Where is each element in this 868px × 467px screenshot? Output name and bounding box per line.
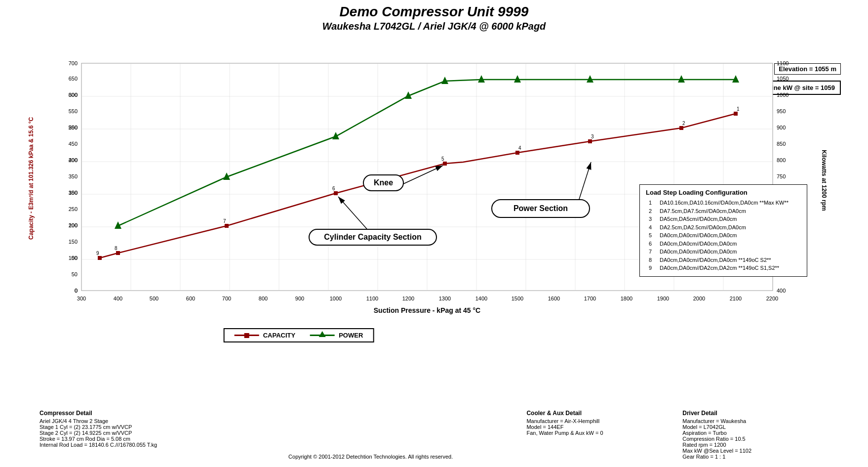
svg-text:700: 700 <box>222 296 231 301</box>
cooler-detail-line: Manufacturer = Air-X-Hemphill <box>526 418 672 424</box>
svg-text:800: 800 <box>259 296 268 301</box>
load-step-row: 2DA7.5cm,DA7.5cm//DA0cm,DA0cm <box>646 207 801 215</box>
capacity-point-2 <box>679 126 683 130</box>
cooler-detail-line: Model = 144EF <box>526 424 672 430</box>
load-step-row: 8DA0cm,DA0cm//DA0cm,DA0cm **149oC S2** <box>646 256 801 264</box>
svg-text:1300: 1300 <box>439 296 451 301</box>
svg-text:900: 900 <box>777 125 786 130</box>
copyright-section: Copyright © 2001-2012 Detechtion Technol… <box>225 410 517 460</box>
svg-text:1000: 1000 <box>330 296 342 301</box>
svg-text:600: 600 <box>186 296 195 301</box>
driver-detail-line: Gear Ratio = 1 : 1 <box>682 454 829 460</box>
svg-text:600: 600 <box>69 92 78 98</box>
driver-detail-line: Rated rpm = 1200 <box>682 442 829 448</box>
svg-text:100: 100 <box>69 255 78 261</box>
compressor-detail-line: Stroke = 13.97 cm Rod Dia = 5.08 cm <box>39 436 215 442</box>
driver-detail-line: Aspiration = Turbo <box>682 430 829 436</box>
svg-text:950: 950 <box>777 108 786 114</box>
svg-text:0: 0 <box>75 288 78 294</box>
svg-text:1: 1 <box>737 106 740 112</box>
svg-text:800: 800 <box>777 157 786 163</box>
svg-text:2000: 2000 <box>693 296 705 301</box>
svg-text:1100: 1100 <box>366 296 378 301</box>
svg-text:9: 9 <box>96 251 99 256</box>
title-section: Demo Compressor Unit 9999 Waukesha L7042… <box>0 0 868 32</box>
capacity-legend: CAPACITY <box>235 332 295 339</box>
svg-text:1700: 1700 <box>584 296 596 301</box>
cooler-detail-section: Cooler & Aux Detail Manufacturer = Air-X… <box>526 410 672 460</box>
main-title: Demo Compressor Unit 9999 <box>0 4 868 20</box>
svg-text:700: 700 <box>69 60 78 66</box>
cylinder-label: Cylinder Capacity Section <box>309 229 437 246</box>
svg-text:750: 750 <box>777 173 786 179</box>
svg-text:300: 300 <box>69 190 78 196</box>
svg-text:200: 200 <box>69 222 78 228</box>
svg-text:5: 5 <box>441 156 444 162</box>
driver-detail-line: Manufacturer = Waukesha <box>682 418 829 424</box>
capacity-point-6 <box>334 191 338 195</box>
driver-detail-line: Model = L7042GL <box>682 424 829 430</box>
svg-text:1500: 1500 <box>512 296 523 301</box>
compressor-detail-title: Compressor Detail <box>39 410 215 417</box>
svg-text:7: 7 <box>223 218 226 224</box>
svg-text:1000: 1000 <box>777 92 789 98</box>
capacity-point-7 <box>225 224 229 228</box>
driver-detail-section: Driver Detail Manufacturer = WaukeshaMod… <box>682 410 829 460</box>
knee-label: Knee <box>363 174 404 191</box>
svg-text:400: 400 <box>69 157 78 163</box>
load-step-row: 5DA0cm,DA0cm//DA0cm,DA0cm <box>646 231 801 240</box>
svg-text:8: 8 <box>115 246 118 251</box>
svg-text:550: 550 <box>69 108 78 114</box>
svg-text:850: 850 <box>777 141 786 147</box>
svg-text:500: 500 <box>150 296 158 301</box>
capacity-point-1 <box>734 112 738 116</box>
cooler-detail-lines: Manufacturer = Air-X-HemphillModel = 144… <box>526 418 672 436</box>
compressor-detail-line: Internal Rod Load = 18140.6 C.///16780.0… <box>39 442 215 448</box>
load-step-row: 6DA0cm,DA0cm//DA0cm,DA0cm <box>646 240 801 248</box>
sub-title: Waukesha L7042GL / Ariel JGK/4 @ 6000 kP… <box>0 21 868 32</box>
load-step-title: Load Step Loading Configuration <box>646 189 801 196</box>
capacity-point-8 <box>116 251 120 255</box>
svg-text:2: 2 <box>682 121 685 126</box>
svg-text:2200: 2200 <box>766 296 778 301</box>
driver-detail-title: Driver Detail <box>682 410 829 417</box>
svg-text:450: 450 <box>69 141 78 147</box>
compressor-detail-line: Ariel JGK/4 4 Throw 2 Stage <box>39 418 215 424</box>
driver-detail-lines: Manufacturer = WaukeshaModel = L7042GLAs… <box>682 418 829 460</box>
svg-text:650: 650 <box>69 76 78 82</box>
driver-detail-line: Max kW @Sea Level = 1102 <box>682 448 829 454</box>
load-step-row: 4DA2.5cm,DA2.5cm//DA0cm,DA0cm <box>646 223 801 232</box>
svg-text:900: 900 <box>295 296 304 301</box>
compressor-detail-line: Stage 1 Cyl = (2) 23.1775 cm w/VVCP <box>39 424 215 430</box>
svg-text:1800: 1800 <box>621 296 632 301</box>
load-step-rows: 1DA10.16cm,DA10.16cm//DA0cm,DA0cm **Max … <box>646 199 801 272</box>
svg-text:250: 250 <box>69 206 78 212</box>
y-left-label: Capacity - E3m³/d at 101.326 kPaa & 15.6… <box>28 141 35 240</box>
cooler-detail-title: Cooler & Aux Detail <box>526 410 672 417</box>
svg-text:1600: 1600 <box>548 296 560 301</box>
svg-text:1050: 1050 <box>777 76 789 82</box>
load-step-row: 1DA10.16cm,DA10.16cm//DA0cm,DA0cm **Max … <box>646 199 801 207</box>
svg-text:6: 6 <box>332 186 335 191</box>
svg-text:1400: 1400 <box>475 296 487 301</box>
capacity-point-4 <box>515 151 519 155</box>
svg-text:1200: 1200 <box>402 296 414 301</box>
svg-text:500: 500 <box>69 125 78 130</box>
svg-text:350: 350 <box>69 173 78 179</box>
capacity-point-3 <box>588 139 592 143</box>
svg-text:Suction Pressure - kPag at 45 : Suction Pressure - kPag at 45 °C <box>374 306 480 314</box>
capacity-point-9 <box>98 256 102 260</box>
svg-text:50: 50 <box>72 271 78 277</box>
svg-text:3: 3 <box>591 134 594 139</box>
svg-text:1900: 1900 <box>657 296 669 301</box>
compressor-detail-line: Stage 2 Cyl = (2) 14.9225 cm w/VVCP <box>39 430 215 436</box>
load-step-row: 3DA5cm,DA5cm//DA0cm,DA0cm <box>646 215 801 223</box>
svg-text:1100: 1100 <box>777 60 789 66</box>
driver-detail-line: Compression Ratio = 10.5 <box>682 436 829 442</box>
compressor-detail-lines: Ariel JGK/4 4 Throw 2 StageStage 1 Cyl =… <box>39 418 215 448</box>
cooler-detail-line: Fan, Water Pump & Aux kW = 0 <box>526 430 672 436</box>
compressor-detail-section: Compressor Detail Ariel JGK/4 4 Throw 2 … <box>39 410 215 460</box>
svg-text:4: 4 <box>518 145 521 151</box>
svg-text:300: 300 <box>77 296 86 301</box>
page-container: Demo Compressor Unit 9999 Waukesha L7042… <box>0 0 868 467</box>
